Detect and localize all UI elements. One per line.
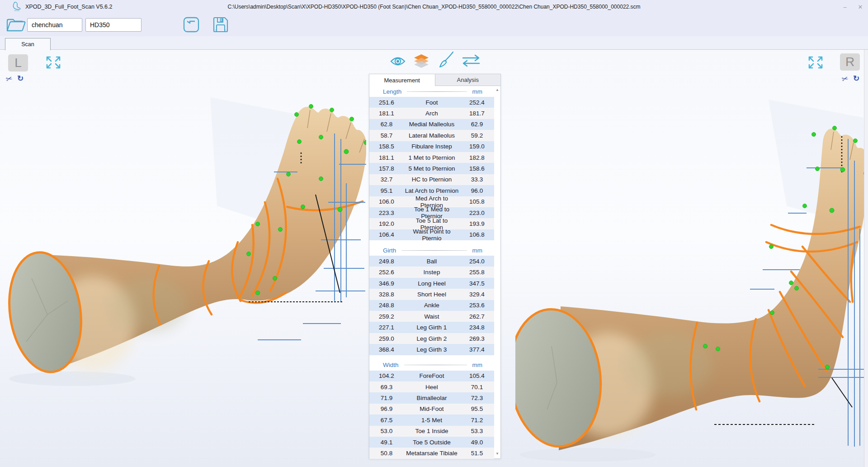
scroll-down-arrow[interactable]: ▼ xyxy=(495,452,499,456)
left-foot-value: 259.2 xyxy=(369,313,404,320)
measurement-name: Instep xyxy=(404,269,460,276)
measurement-row[interactable]: 67.51-5 Met71.2 xyxy=(369,415,494,425)
left-foot-value: 62.8 xyxy=(369,121,404,128)
measurement-row[interactable]: 106.4Waist Point to Pternio106.8 xyxy=(369,229,494,240)
measurement-row[interactable]: 50.8Metatarsale Tibiale51.5 xyxy=(369,448,494,458)
measurement-row[interactable]: 96.9Mid-Foot95.5 xyxy=(369,404,494,415)
right-view-button[interactable]: R xyxy=(840,53,860,71)
app-window: XPOD XPOD_3D_Full_Foot_Scan V5.6.2 C:\Us… xyxy=(0,0,868,467)
left-foot-viewport[interactable] xyxy=(5,88,366,387)
right-foot-value: 49.0 xyxy=(460,439,494,446)
swap-views-button[interactable] xyxy=(461,54,481,69)
measurement-row[interactable]: 157.85 Met to Pternion158.6 xyxy=(369,163,494,174)
measurement-row[interactable]: 69.3Heel70.1 xyxy=(369,381,494,392)
device-model-input[interactable] xyxy=(85,18,142,32)
foot-skin xyxy=(46,107,366,372)
main-area: L R ✂ ↻ ✂ ↻ xyxy=(0,50,868,467)
measurement-row[interactable]: 49.1Toe 5 Outside49.0 xyxy=(369,437,494,448)
left-foot-value: 181.1 xyxy=(369,154,404,161)
open-folder-button[interactable] xyxy=(5,15,26,33)
tab-analysis[interactable]: Analysis xyxy=(435,74,501,86)
measurement-row[interactable]: 71.9Bimalleolar72.3 xyxy=(369,392,494,403)
right-foot-value: 377.4 xyxy=(460,346,494,353)
measurement-name: Heel xyxy=(404,384,460,391)
girth-section: Girth mm 249.8Ball254.0252.6Instep255.83… xyxy=(369,245,494,355)
left-foot-value: 69.3 xyxy=(369,384,404,391)
tab-scan[interactable]: Scan xyxy=(5,38,51,50)
scan-plate-button[interactable] xyxy=(183,16,200,34)
right-foot-value: 193.9 xyxy=(460,220,494,227)
measurement-row[interactable]: 368.4Leg Girth 3377.4 xyxy=(369,344,494,355)
measurement-name: Ball xyxy=(404,258,460,265)
section-unit: mm xyxy=(472,247,483,254)
layers-toggle-button[interactable] xyxy=(412,53,430,71)
right-foot-viewport[interactable] xyxy=(515,93,868,467)
left-foot-value: 328.8 xyxy=(369,291,404,298)
left-foot-value: 248.8 xyxy=(369,302,404,309)
left-foot-value: 71.9 xyxy=(369,395,404,401)
eye-icon xyxy=(390,55,406,67)
save-button[interactable] xyxy=(212,16,229,34)
left-view-button[interactable]: L xyxy=(8,54,28,71)
left-foot-value: 227.1 xyxy=(369,324,404,331)
measurement-name: Long Heel xyxy=(404,280,460,287)
close-button[interactable]: ✕ xyxy=(856,4,864,10)
measurement-name: Toe 5 Outside xyxy=(404,439,460,446)
right-foot-value: 71.2 xyxy=(460,417,494,424)
visibility-toggle-button[interactable] xyxy=(390,55,406,69)
measurement-row[interactable]: 32.7HC to Pternion33.3 xyxy=(369,174,494,185)
left-cut-tool-button[interactable]: ✂ xyxy=(5,74,13,83)
right-rotate-button[interactable]: ↻ xyxy=(853,75,859,82)
left-fullscreen-button[interactable] xyxy=(45,55,61,70)
section-divider xyxy=(407,91,467,92)
measurement-row[interactable]: 53.0Toe 1 Inside53.3 xyxy=(369,426,494,437)
measurement-row[interactable]: 227.1Leg Girth 1234.8 xyxy=(369,322,494,333)
measurement-row[interactable]: 58.7Lateral Malleolus59.2 xyxy=(369,130,494,141)
measurement-row[interactable]: 328.8Short Heel329.4 xyxy=(369,289,494,300)
minimize-button[interactable]: – xyxy=(841,4,849,10)
measurement-row[interactable]: 249.8Ball254.0 xyxy=(369,256,494,267)
patient-name-input[interactable] xyxy=(27,18,82,32)
right-cut-tool-button[interactable]: ✂ xyxy=(841,74,849,83)
measurement-name: 5 Met to Pternion xyxy=(404,165,460,172)
left-foot-value: 251.6 xyxy=(369,99,404,106)
expand-arrows-icon xyxy=(45,55,61,70)
save-icon xyxy=(212,16,229,33)
measurement-row[interactable]: 252.6Instep255.8 xyxy=(369,267,494,277)
measurement-row[interactable]: 259.2Waist262.7 xyxy=(369,311,494,322)
measurement-name: Leg Girth 1 xyxy=(404,324,460,331)
swap-arrows-icon xyxy=(461,54,481,67)
measurement-row[interactable]: 181.1Arch181.7 xyxy=(369,108,494,119)
right-foot-value: 158.6 xyxy=(460,165,494,172)
measurement-row[interactable]: 104.2ForeFoot105.4 xyxy=(369,371,494,381)
length-section: Length mm 251.6Foot252.4181.1Arch181.762… xyxy=(369,86,494,240)
left-foot-value: 50.8 xyxy=(369,450,404,457)
measurement-row[interactable]: 346.9Long Heel347.5 xyxy=(369,278,494,289)
right-foot-value: 269.3 xyxy=(460,335,494,342)
right-fullscreen-button[interactable] xyxy=(807,55,824,70)
right-foot-value: 253.6 xyxy=(460,302,494,309)
scroll-up-arrow[interactable]: ▲ xyxy=(495,88,499,92)
paint-tool-button[interactable] xyxy=(437,51,455,71)
measurement-name: Lateral Malleolus xyxy=(404,132,460,139)
left-foot-value: 106.0 xyxy=(369,198,404,205)
measurement-row[interactable]: 158.5Fibulare Instep159.0 xyxy=(369,141,494,152)
left-rotate-button[interactable]: ↻ xyxy=(17,75,24,82)
measurement-row[interactable]: 259.0Leg Girth 2269.3 xyxy=(369,333,494,344)
measurement-name: Metatarsale Tibiale xyxy=(404,450,460,457)
measurement-row[interactable]: 251.6Foot252.4 xyxy=(369,97,494,108)
measurement-row[interactable]: 181.11 Met to Pternion182.8 xyxy=(369,152,494,163)
tab-measurement[interactable]: Measurement xyxy=(369,74,435,86)
measurement-row[interactable]: 248.8Ankle253.6 xyxy=(369,300,494,311)
measurement-row[interactable]: 62.8Medial Malleolus62.9 xyxy=(369,119,494,130)
left-foot-3d-model xyxy=(5,88,366,387)
right-foot-value: 59.2 xyxy=(460,132,494,139)
left-foot-value: 95.1 xyxy=(369,187,404,194)
app-title: XPOD_3D_Full_Foot_Scan V5.6.2 xyxy=(25,4,112,10)
section-unit: mm xyxy=(472,88,483,95)
window-edge-scrollbar[interactable] xyxy=(864,50,868,467)
measurement-name: Mid-Foot xyxy=(404,405,460,412)
expand-arrows-icon xyxy=(807,55,824,70)
measurement-name: Leg Girth 3 xyxy=(404,346,460,353)
left-foot-value: 106.4 xyxy=(369,231,404,238)
